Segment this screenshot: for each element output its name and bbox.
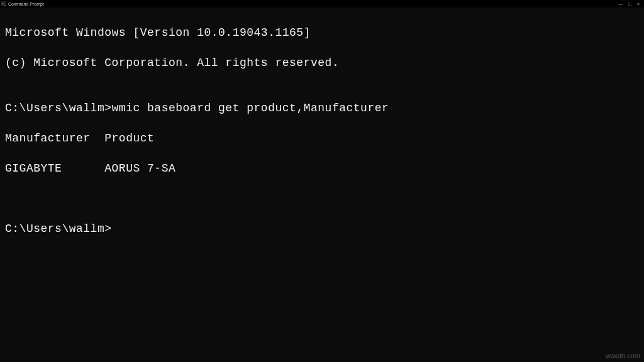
- command-line-2: C:\Users\wallm>: [5, 221, 639, 236]
- command-line-1: C:\Users\wallm>wmic baseboard get produc…: [5, 101, 639, 116]
- header-product: Product: [104, 132, 154, 145]
- cmd-icon: >_: [1, 1, 6, 6]
- copyright-line: (c) Microsoft Corporation. All rights re…: [5, 55, 639, 70]
- command-text: wmic baseboard get product,Manufacturer: [112, 102, 389, 114]
- maximize-button[interactable]: □: [625, 0, 634, 8]
- window-controls: — □ ×: [616, 0, 643, 8]
- window-title: Command Prompt: [8, 2, 44, 6]
- version-line: Microsoft Windows [Version 10.0.19043.11…: [5, 25, 639, 40]
- output-header: Manufacturer Product: [5, 131, 639, 146]
- output-data: GIGABYTE AORUS 7-SA: [5, 161, 639, 176]
- data-manufacturer: GIGABYTE: [5, 162, 62, 175]
- data-product: AORUS 7-SA: [104, 162, 175, 175]
- window-titlebar: >_ Command Prompt — □ ×: [0, 0, 644, 8]
- titlebar-left: >_ Command Prompt: [1, 1, 44, 6]
- prompt-path: C:\Users\wallm>: [5, 222, 112, 235]
- minimize-button[interactable]: —: [616, 0, 625, 8]
- close-button[interactable]: ×: [634, 0, 643, 8]
- watermark: wsxdn.com: [606, 352, 640, 359]
- header-manufacturer: Manufacturer: [5, 132, 91, 145]
- svg-text:>_: >_: [2, 3, 6, 6]
- terminal-output[interactable]: Microsoft Windows [Version 10.0.19043.11…: [0, 8, 644, 254]
- prompt-path: C:\Users\wallm>: [5, 102, 112, 114]
